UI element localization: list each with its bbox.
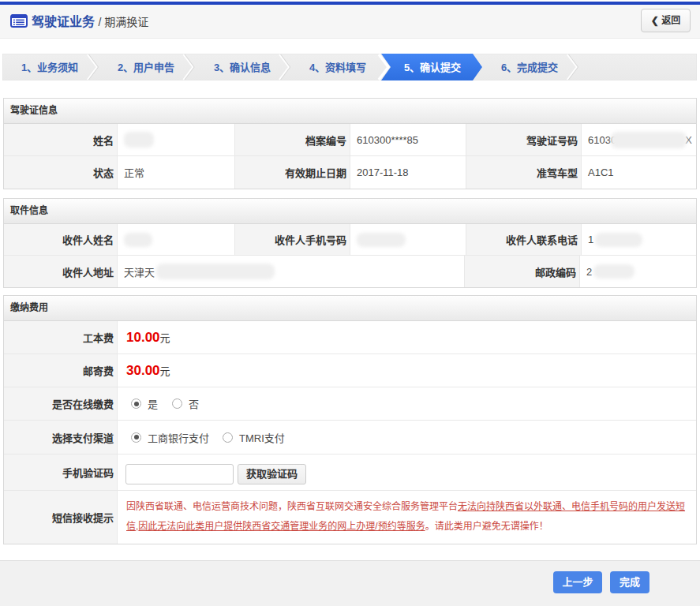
svg-text:6、完成提交: 6、完成提交	[501, 62, 558, 73]
svg-text:3、确认信息: 3、确认信息	[214, 62, 271, 73]
svg-text:5、确认提交: 5、确认提交	[404, 62, 461, 73]
svg-text:4、资料填写: 4、资料填写	[309, 62, 366, 73]
svg-text:2、用户申告: 2、用户申告	[118, 62, 174, 73]
svg-text:1、业务须知: 1、业务须知	[21, 62, 78, 73]
